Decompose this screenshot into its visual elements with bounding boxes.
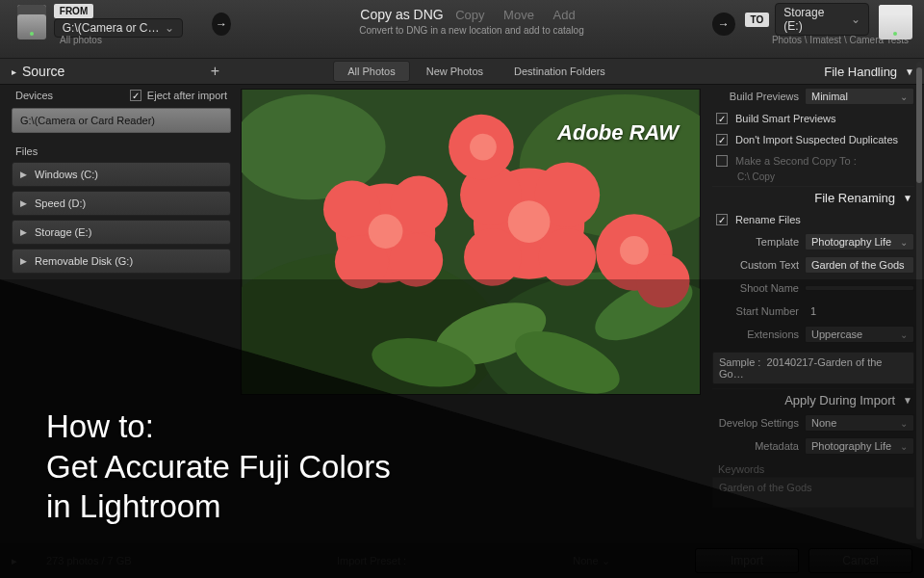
chevron-down-icon: ⌄ (900, 92, 908, 102)
extensions-label: Extensions (712, 328, 805, 340)
add-source-icon[interactable]: + (211, 63, 219, 80)
drive-label: Storage (E:) (35, 226, 91, 238)
template-dropdown[interactable]: Photography Life⌄ (805, 233, 914, 250)
right-scrollbar[interactable] (916, 62, 922, 539)
dest-drive-icon (879, 5, 912, 39)
rename-files-checkbox[interactable]: ✓ (716, 214, 728, 225)
to-badge: TO (745, 13, 770, 27)
second-copy-checkbox[interactable] (716, 155, 728, 167)
tab-all-photos[interactable]: All Photos (333, 61, 410, 82)
svg-point-17 (464, 228, 522, 286)
file-renaming-label: File Renaming (814, 191, 895, 205)
mode-copy[interactable]: Copy (455, 8, 484, 22)
build-previews-dropdown[interactable]: Minimal⌄ (805, 88, 914, 105)
sample-label: Sample : (719, 356, 760, 368)
drive-label: Windows (C:) (35, 169, 98, 180)
center-tabs: All Photos New Photos Destination Folder… (231, 59, 722, 84)
tabbar: ▸ Source + All Photos New Photos Destina… (0, 58, 924, 85)
source-panel-header[interactable]: ▸ Source + (0, 59, 231, 84)
import-mode-title[interactable]: Copy as DNG (360, 7, 443, 22)
template-label: Template (712, 236, 805, 248)
custom-text-input[interactable]: Garden of the Gods (805, 256, 914, 274)
metadata-value: Photography Life (811, 440, 891, 452)
metadata-dropdown[interactable]: Photography Life⌄ (805, 437, 914, 455)
no-dupes-checkbox[interactable]: ✓ (716, 134, 728, 145)
photo-thumbnail (242, 90, 700, 394)
drive-row[interactable]: ▶Windows (C:) (12, 162, 231, 187)
disclosure-triangle-icon: ▸ (12, 66, 16, 77)
drive-row[interactable]: ▶Removable Disk (G:) (12, 249, 231, 274)
import-button[interactable]: Import (695, 548, 799, 573)
second-copy-label: Make a Second Copy To : (735, 155, 857, 167)
chevron-down-icon: ⌄ (851, 13, 860, 26)
shoot-name-input[interactable] (805, 285, 914, 291)
keywords-label: Keywords (712, 463, 914, 475)
source-label: Source (22, 64, 211, 79)
import-preset[interactable]: Import Preset : None ⌄ (337, 555, 610, 567)
import-mode-subtitle: Convert to DNG in a new location and add… (241, 25, 703, 36)
svg-point-25 (620, 236, 649, 265)
right-panel: Build Previews Minimal⌄ ✓Build Smart Pre… (712, 85, 914, 543)
chevron-down-icon: ⌄ (900, 418, 908, 429)
smart-previews-label: Build Smart Previews (735, 113, 836, 124)
bottombar: ▸ 273 photos / 7 GB Import Preset : None… (0, 543, 924, 578)
custom-text-value: Garden of the Gods (811, 259, 905, 271)
svg-point-18 (539, 228, 597, 286)
svg-point-22 (369, 214, 403, 249)
drive-row[interactable]: ▶Storage (E:) (12, 220, 231, 245)
custom-text-label: Custom Text (712, 259, 805, 271)
develop-settings-value: None (811, 417, 836, 429)
file-handling-header[interactable]: File Handling ▼ (722, 59, 924, 84)
topbar: FROM G:\(Camera or C… ⌄ → All photos Cop… (0, 0, 924, 58)
from-subcaption: All photos (60, 35, 241, 45)
shoot-name-label: Shoot Name (712, 282, 805, 294)
from-path-text: G:\(Camera or C… (63, 21, 160, 35)
apply-head-label: Apply During Import (784, 393, 895, 407)
rename-files-label: Rename Files (735, 214, 801, 225)
left-panel: Devices ✓ Eject after import G:\(Camera … (12, 85, 231, 543)
to-path-dropdown[interactable]: Storage (E:) ⌄ (775, 3, 868, 36)
start-number-label: Start Number (712, 305, 805, 317)
topbar-center: Copy as DNG Copy Move Add Convert to DNG… (241, 0, 703, 36)
chevron-down-icon: ⌄ (602, 555, 610, 566)
mode-move[interactable]: Move (503, 8, 534, 22)
drive-row[interactable]: ▶Speed (D:) (12, 191, 231, 216)
scrollbar-thumb[interactable] (916, 67, 922, 183)
from-badge: FROM (54, 4, 93, 18)
extensions-value: Uppercase (811, 328, 862, 340)
keywords-input[interactable]: Garden of the Gods (712, 477, 914, 508)
devices-label: Devices (15, 90, 53, 101)
develop-settings-label: Develop Settings (712, 417, 805, 429)
cancel-button[interactable]: Cancel (808, 548, 912, 573)
extensions-dropdown[interactable]: Uppercase⌄ (805, 326, 914, 343)
chevron-down-icon: ⌄ (900, 441, 908, 452)
smart-previews-checkbox[interactable]: ✓ (716, 113, 728, 124)
file-renaming-header[interactable]: File Renaming▼ (712, 186, 914, 209)
chevron-right-icon: ▶ (20, 198, 27, 208)
template-value: Photography Life (811, 236, 891, 248)
chevron-down-icon: ⌄ (165, 21, 174, 35)
build-previews-value: Minimal (811, 91, 848, 102)
drive-label: Removable Disk (G:) (35, 255, 133, 267)
bottombar-chevron-icon[interactable]: ▸ (12, 555, 17, 567)
build-previews-label: Build Previews (712, 91, 805, 102)
apply-during-import-header[interactable]: Apply During Import▼ (712, 388, 914, 411)
to-arrow-button[interactable]: → (712, 13, 735, 36)
mode-add[interactable]: Add (553, 8, 576, 22)
preset-label: Import Preset : (337, 555, 406, 566)
chevron-right-icon: ▶ (20, 227, 27, 237)
eject-checkbox[interactable]: ✓ (130, 90, 141, 101)
files-label: Files (15, 145, 38, 157)
develop-settings-dropdown[interactable]: None⌄ (805, 414, 914, 432)
lightroom-import-window: FROM G:\(Camera or C… ⌄ → All photos Cop… (0, 0, 924, 578)
svg-point-23 (508, 200, 551, 243)
svg-point-21 (636, 254, 690, 308)
preview-area[interactable]: Adobe RAW (241, 89, 701, 395)
files-label-row: Files (12, 141, 231, 162)
tab-destination[interactable]: Destination Folders (500, 61, 620, 82)
forward-arrow-button[interactable]: → (212, 13, 231, 36)
tab-new-photos[interactable]: New Photos (412, 61, 498, 82)
device-item[interactable]: G:\(Camera or Card Reader) (12, 108, 231, 133)
start-number-value[interactable]: 1 (805, 303, 914, 319)
sample-filename: Sample : 20140217-Garden of the Go… (712, 352, 914, 384)
